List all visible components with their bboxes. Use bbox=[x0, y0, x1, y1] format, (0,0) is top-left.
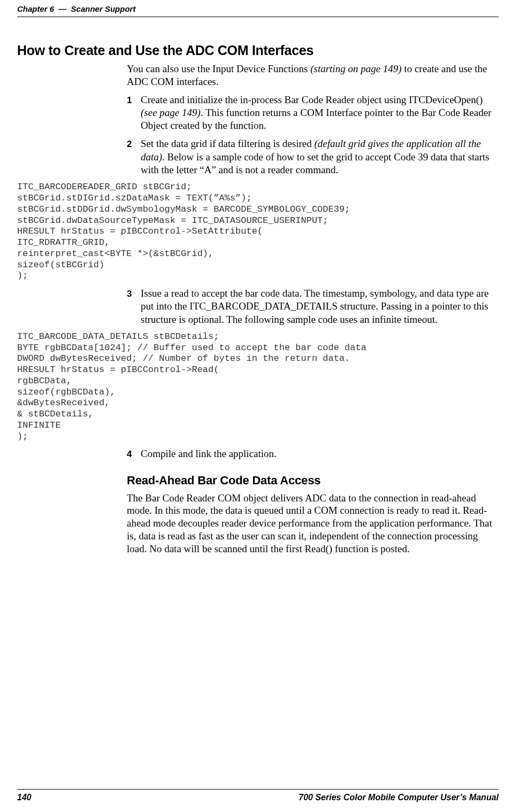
step-4-text: Compile and link the application. bbox=[141, 448, 277, 459]
code-block-2: ITC_BARCODE_DATA_DETAILS stBCDetails; BY… bbox=[17, 331, 499, 442]
intro-italic: (starting on page 149) bbox=[310, 63, 401, 74]
subsection-heading: Read-Ahead Bar Code Data Access bbox=[127, 474, 499, 488]
subsection-body: The Bar Code Reader COM object delivers … bbox=[127, 492, 499, 555]
step-1-italic: (see page 149) bbox=[141, 107, 201, 118]
step-3-text: Issue a read to accept the bar code data… bbox=[141, 288, 489, 325]
step-number: 3 bbox=[127, 288, 132, 300]
chapter-title: Scanner Support bbox=[71, 4, 136, 13]
step-2-pre: Set the data grid if data filtering is d… bbox=[141, 138, 314, 149]
steps-list-3: 4 Compile and link the application. bbox=[127, 447, 499, 460]
intro-paragraph: You can also use the Input Device Functi… bbox=[127, 63, 499, 88]
step-number: 1 bbox=[127, 95, 132, 106]
code-block-1: ITC_BARCODEREADER_GRID stBCGrid; stBCGri… bbox=[17, 182, 499, 282]
step-2-post: . Below is a sample code of how to set t… bbox=[141, 151, 490, 175]
intro-pre: You can also use the Input Device Functi… bbox=[127, 63, 310, 74]
page-number: 140 bbox=[17, 793, 32, 802]
step-4: 4 Compile and link the application. bbox=[127, 447, 499, 460]
step-number: 2 bbox=[127, 138, 132, 150]
page-header: Chapter 6 — Scanner Support bbox=[17, 0, 499, 17]
header-separator: — bbox=[56, 4, 68, 13]
step-2: 2 Set the data grid if data filtering is… bbox=[127, 137, 499, 176]
chapter-label: Chapter 6 bbox=[17, 4, 54, 13]
steps-list-2: 3 Issue a read to accept the bar code da… bbox=[127, 287, 499, 326]
page-footer: 140 700 Series Color Mobile Computer Use… bbox=[17, 789, 499, 802]
manual-title: 700 Series Color Mobile Computer User’s … bbox=[299, 793, 499, 802]
step-number: 4 bbox=[127, 448, 132, 460]
step-3: 3 Issue a read to accept the bar code da… bbox=[127, 287, 499, 326]
section-heading: How to Create and Use the ADC COM Interf… bbox=[17, 43, 499, 58]
steps-list-1: 1 Create and initialize the in-process B… bbox=[127, 94, 499, 177]
step-1-pre: Create and initialize the in-process Bar… bbox=[141, 94, 483, 105]
step-1: 1 Create and initialize the in-process B… bbox=[127, 94, 499, 133]
